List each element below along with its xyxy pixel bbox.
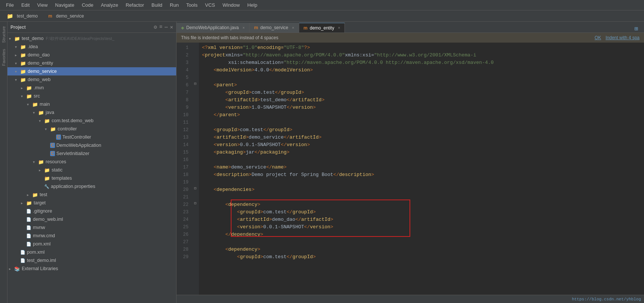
tab-close-demoentity[interactable]: × <box>338 26 340 30</box>
tree-item-pomxml[interactable]: 📄 pom.xml <box>7 248 176 256</box>
code-line-23: <groupId>com.test</groupId> <box>202 208 644 216</box>
ln-12: 12 <box>177 126 188 134</box>
info-bar-indent[interactable]: Indent with 4 spa <box>605 35 640 40</box>
menu-code[interactable]: Code <box>79 1 96 9</box>
arrow-src <box>21 94 25 98</box>
tree-item-demo-web[interactable]: 📁 demo_web <box>7 75 176 84</box>
gc-6[interactable]: ⊟ <box>191 80 199 87</box>
arrow-com-test <box>39 119 43 123</box>
tree-item-mvnw[interactable]: 📄 mvnw <box>7 223 176 232</box>
project-tab-demo-service[interactable]: m demo_service <box>45 12 88 20</box>
tree-item-static[interactable]: 📁 static <box>7 166 176 174</box>
code-content[interactable]: <?xml version="1.0" encoding="UTF-8"?> <… <box>199 43 644 295</box>
code-line-17: <name>demo_service</name> <box>202 164 644 171</box>
tree-item-test-demo[interactable]: 📁 test_demo F:\软件\IDEA\IDEA\IdeaProjects… <box>7 34 176 43</box>
menu-build[interactable]: Build <box>148 1 165 9</box>
menu-file[interactable]: File <box>3 1 17 9</box>
tree-item-external-libs[interactable]: 📚 External Libraries <box>7 265 176 273</box>
editor-tab-demoentity[interactable]: m demo_entity × <box>299 23 345 33</box>
tree-item-java[interactable]: 📁 java <box>7 108 176 117</box>
tab-close-demoservice[interactable]: × <box>292 26 294 30</box>
tree-label-static: static <box>52 167 62 173</box>
menu-analyze[interactable]: Analyze <box>98 1 121 9</box>
menu-run[interactable]: Run <box>167 1 182 9</box>
tree-item-target[interactable]: 📁 target <box>7 199 176 207</box>
gc-26 <box>191 229 199 237</box>
tree-item-mvn[interactable]: 📁 .mvn <box>7 84 176 92</box>
iml-icon: 📄 <box>26 217 31 222</box>
ln-29: 29 <box>177 253 188 261</box>
ln-20: 20 <box>177 186 188 194</box>
tree-item-servletinitializer[interactable]: C ServletInitializer <box>7 149 176 158</box>
tree-item-pomxml-nested[interactable]: 📄 pom.xml <box>7 240 176 248</box>
ln-19: 19 <box>177 179 188 186</box>
tree-item-demo-entity[interactable]: 📁 demo_entity <box>7 59 176 67</box>
settings-icon[interactable]: ⊞ <box>634 25 638 33</box>
tree-item-gitignore[interactable]: 📄 .gitignore <box>7 207 176 215</box>
arrow-demo-entity <box>15 61 19 65</box>
tree-item-testdemoiml[interactable]: 📄 test_demo.iml <box>7 256 176 265</box>
folder-icon-test-demo: 📁 <box>7 13 13 19</box>
menu-window[interactable]: Window <box>220 1 243 9</box>
tab-close-demowebapp[interactable]: × <box>243 26 245 30</box>
tree-item-test[interactable]: 📁 test <box>7 191 176 199</box>
tree-item-templates[interactable]: 📁 templates <box>7 174 176 182</box>
tree-item-controller[interactable]: 📁 controller <box>7 125 176 133</box>
editor-tab-demowebapp[interactable]: ◆ DemoWebApplication.java × <box>177 23 249 33</box>
project-tab-test-demo[interactable]: 📁 test_demo <box>3 12 42 21</box>
url-text[interactable]: https://blog.csdn.net/yhblog <box>572 297 641 302</box>
gc-2 <box>191 50 199 58</box>
menu-help[interactable]: Help <box>244 1 260 9</box>
sidebar-expand-icon[interactable]: ≡ <box>159 24 162 30</box>
tree-item-com-test[interactable]: 📁 com.test.demo_web <box>7 117 176 125</box>
vtab-structure[interactable]: Structure <box>1 23 7 46</box>
main-layout: Structure Favorites Project ⚙ ≡ ⋯ ✕ 📁 te… <box>0 22 644 303</box>
code-line-21 <box>202 194 644 201</box>
arrow-demo-service <box>15 69 19 74</box>
editor-tabs: ◆ DemoWebApplication.java × m demo_servi… <box>177 22 644 33</box>
menu-edit[interactable]: Edit <box>18 1 33 9</box>
tree-item-main[interactable]: 📁 main <box>7 100 176 108</box>
tree-label-demo-entity: demo_entity <box>28 61 53 66</box>
tree-item-appprops[interactable]: 🔧 application.properties <box>7 182 176 191</box>
tree-item-demowebapp[interactable]: C DemoWebApplication <box>7 141 176 149</box>
ln-17: 17 <box>177 164 188 171</box>
mvnw-icon: 📄 <box>26 225 31 230</box>
tree-item-demo-dao[interactable]: 📁 demo_dao <box>7 51 176 59</box>
editor-tab-demoservice[interactable]: m demo_service × <box>249 23 299 33</box>
code-line-2: <project xmlns="http://maven.apache.org/… <box>202 52 644 59</box>
sidebar-title: Project <box>10 25 26 30</box>
folder-icon-controller: 📁 <box>50 126 56 132</box>
tree-item-demo-service[interactable]: 📁 demo_service <box>7 67 176 75</box>
folder-icon-src: 📁 <box>26 93 32 99</box>
folder-icon-idea: 📁 <box>20 44 26 50</box>
vtab-favorites[interactable]: Favorites <box>1 46 7 69</box>
gc-1 <box>191 43 199 50</box>
code-line-4: <modelVersion>4.0.0</modelVersion> <box>202 67 644 74</box>
tree-label-demowebiml: demo_web.iml <box>33 217 63 222</box>
gc-20[interactable]: ⊟ <box>191 185 199 192</box>
tree-item-resources[interactable]: 📁 resources <box>7 158 176 166</box>
code-line-20: <dependencies> <box>202 186 644 194</box>
tree-item-idea[interactable]: 📁 .idea <box>7 43 176 51</box>
tree-item-testcontroller[interactable]: C TestController <box>7 133 176 141</box>
sidebar-tree: 📁 test_demo F:\软件\IDEA\IDEA\IdeaProjects… <box>7 33 176 303</box>
sidebar-close-icon[interactable]: ✕ <box>170 24 173 30</box>
tree-item-demowebiml[interactable]: 📄 demo_web.iml <box>7 215 176 223</box>
menu-tools[interactable]: Tools <box>183 1 200 9</box>
sidebar-gear-icon[interactable]: ⚙ <box>154 24 157 30</box>
sidebar-settings-icon[interactable]: ⋯ <box>165 24 168 30</box>
project-tabs-bar: 📁 test_demo m demo_service <box>0 10 644 22</box>
ln-14: 14 <box>177 141 188 149</box>
menu-refactor[interactable]: Refactor <box>123 1 147 9</box>
menu-navigate[interactable]: Navigate <box>52 1 77 9</box>
arrow-target <box>21 201 25 205</box>
code-line-10: </parent> <box>202 111 644 119</box>
gc-22[interactable]: ⊟ <box>191 200 199 207</box>
tree-item-src[interactable]: 📁 src <box>7 92 176 100</box>
menu-vcs[interactable]: VCS <box>202 1 218 9</box>
tree-item-mvnwcmd[interactable]: 📄 mvnw.cmd <box>7 232 176 240</box>
menu-view[interactable]: View <box>34 1 50 9</box>
info-bar-ok[interactable]: OK <box>595 35 601 40</box>
ln-28: 28 <box>177 246 188 253</box>
